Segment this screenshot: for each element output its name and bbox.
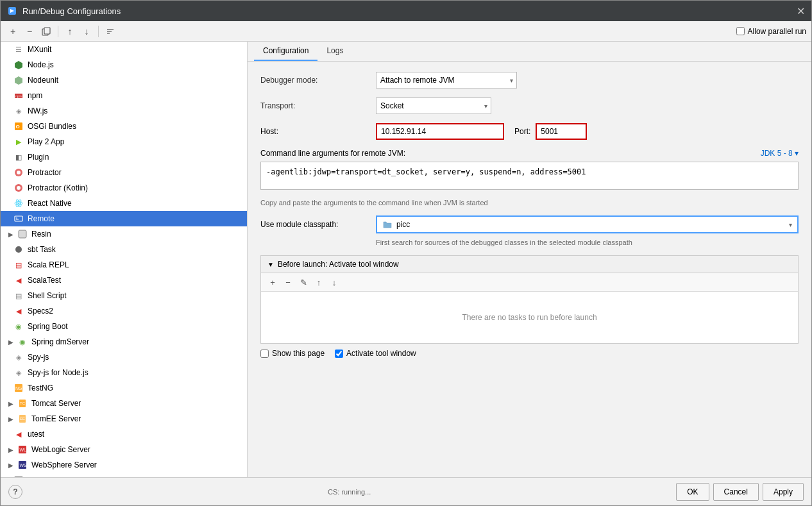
sidebar-item-sbt[interactable]: sbt Task <box>1 242 247 257</box>
sidebar-item-label: Scala REPL <box>28 260 69 269</box>
allow-parallel-checkbox[interactable] <box>736 27 745 35</box>
add-config-button[interactable]: + <box>6 24 20 38</box>
tab-bar: Configuration Logs <box>248 42 811 62</box>
before-launch-remove-button[interactable]: − <box>282 276 294 289</box>
sidebar-item-plugin[interactable]: ◧ Plugin <box>1 149 247 165</box>
sidebar-item-spring-boot[interactable]: ◉ Spring Boot <box>1 319 247 334</box>
sidebar-item-resin[interactable]: ▶ Resin <box>1 226 247 242</box>
activate-window-checkbox-item[interactable]: Activate tool window <box>335 349 416 358</box>
cmd-args-box: -agentlib:jdwp=transport=dt_socket, serv… <box>260 162 799 190</box>
sidebar-item-nodeunit[interactable]: Nodeunit <box>1 72 247 88</box>
svg-marker-7 <box>15 61 22 69</box>
before-launch-down-button[interactable]: ↓ <box>328 276 341 289</box>
sidebar-item-label: Spring dmServer <box>31 337 89 346</box>
cmd-args-label-row: Command line arguments for remote JVM: J… <box>260 149 799 158</box>
sidebar-item-label: Spring Boot <box>28 322 68 331</box>
host-input[interactable] <box>376 123 504 140</box>
sidebar-item-specs2[interactable]: ◀ Specs2 <box>1 303 247 319</box>
cancel-button[interactable]: Cancel <box>713 483 759 501</box>
show-page-checkbox-item[interactable]: Show this page <box>260 349 325 358</box>
before-launch-edit-button[interactable]: ✎ <box>297 276 310 289</box>
before-launch-header[interactable]: ▼ Before launch: Activate tool window <box>261 256 798 273</box>
sidebar-item-scalatest[interactable]: ◀ ScalaTest <box>1 273 247 288</box>
toolbar-separator <box>58 26 58 37</box>
apply-button[interactable]: Apply <box>763 483 804 501</box>
sidebar-item-nodejs[interactable]: Node.js <box>1 57 247 72</box>
module-classpath-select[interactable]: picc ▾ <box>376 215 799 233</box>
cmd-args-label-text: Command line arguments for remote JVM: <box>260 149 405 158</box>
sidebar-item-scala-repl[interactable]: ▤ Scala REPL <box>1 257 247 273</box>
sidebar-item-protractor-kotlin[interactable]: Protractor (Kotlin) <box>1 180 247 196</box>
sidebar-item-spy-js[interactable]: ◈ Spy-js <box>1 350 247 365</box>
module-classpath-value: picc <box>396 220 410 229</box>
before-launch-add-button[interactable]: + <box>266 276 279 289</box>
transport-label: Transport: <box>260 101 376 110</box>
move-up-button[interactable]: ↑ <box>63 24 77 38</box>
plugin-icon: ◧ <box>13 152 24 162</box>
bottom-checkboxes: Show this page Activate tool window <box>260 344 799 363</box>
resin-icon <box>17 229 28 239</box>
port-label: Port: <box>514 127 530 136</box>
configuration-content: Debugger mode: Attach to remote JVM List… <box>248 62 811 477</box>
main-content: ☰ MXunit Node.js Nodeunit npm <box>1 42 811 477</box>
ok-button[interactable]: OK <box>676 483 709 501</box>
sidebar-item-spring-dmserver[interactable]: ▶ ◉ Spring dmServer <box>1 334 247 350</box>
sidebar-item-react-native[interactable]: React Native <box>1 196 247 211</box>
transport-row: Transport: Socket Shared memory <box>260 97 799 114</box>
allow-parallel-label: Allow parallel run <box>748 27 806 36</box>
remove-config-button[interactable]: − <box>22 24 37 38</box>
help-button[interactable]: ? <box>8 485 22 499</box>
copy-config-button[interactable] <box>39 24 53 38</box>
transport-dropdown-wrap: Socket Shared memory <box>376 97 491 114</box>
play2-icon: ▶ <box>13 137 24 147</box>
sidebar-item-label: TestNG <box>28 384 53 392</box>
sidebar-item-play2[interactable]: ▶ Play 2 App <box>1 134 247 149</box>
sidebar-item-label: Resin <box>31 230 51 239</box>
sidebar-item-shell-script[interactable]: ▤ Shell Script <box>1 288 247 303</box>
port-input[interactable] <box>536 123 587 140</box>
debugger-mode-row: Debugger mode: Attach to remote JVM List… <box>260 72 799 89</box>
activate-window-checkbox[interactable] <box>335 350 343 358</box>
close-button[interactable]: ✕ <box>797 5 805 17</box>
tab-logs[interactable]: Logs <box>317 42 352 61</box>
utest-icon: ◀ <box>13 429 24 439</box>
before-launch-chevron-icon: ▼ <box>267 261 274 268</box>
svg-text:NG: NG <box>15 386 22 391</box>
sidebar-item-label: ScalaTest <box>28 276 61 285</box>
transport-select[interactable]: Socket Shared memory <box>376 97 491 114</box>
sidebar-item-websphere[interactable]: ▶ WS WebSphere Server <box>1 457 247 473</box>
debugger-mode-select[interactable]: Attach to remote JVM Listen to remote JV… <box>376 72 517 89</box>
sidebar-item-spy-js-node[interactable]: ◈ Spy-js for Node.js <box>1 365 247 380</box>
sidebar-item-weblogic[interactable]: ▶ WL WebLogic Server <box>1 442 247 457</box>
nodeunit-icon <box>13 75 24 85</box>
sidebar-item-npm[interactable]: npm npm <box>1 88 247 103</box>
sidebar-item-remote[interactable]: Remote <box>1 211 247 226</box>
before-launch-up-button[interactable]: ↑ <box>312 276 325 289</box>
show-page-checkbox[interactable] <box>260 350 269 358</box>
sidebar-item-label: Spy-js for Node.js <box>28 368 89 377</box>
sidebar-item-protractor[interactable]: Protractor <box>1 165 247 180</box>
sidebar-item-tomcat[interactable]: ▶ TC Tomcat Server <box>1 396 247 411</box>
sort-button[interactable] <box>103 24 117 38</box>
svg-rect-21 <box>15 216 22 221</box>
sidebar-item-tomee[interactable]: ▶ EE TomEE Server <box>1 411 247 426</box>
sidebar-item-mxunit[interactable]: ☰ MXunit <box>1 42 247 57</box>
sidebar-item-xslt[interactable]: XS XSLT <box>1 473 247 477</box>
nodejs-icon <box>13 60 24 70</box>
right-panel: Configuration Logs Debugger mode: Attach… <box>248 42 811 477</box>
sidebar-item-testng[interactable]: NG TestNG <box>1 380 247 396</box>
jdk-link[interactable]: JDK 5 - 8 ▾ <box>761 149 799 158</box>
npm-icon: npm <box>13 90 24 101</box>
sidebar-item-osgi[interactable]: O OSGi Bundles <box>1 119 247 134</box>
sidebar-item-utest[interactable]: ◀ utest <box>1 426 247 442</box>
svg-text:EE: EE <box>20 417 25 421</box>
weblogic-icon: WL <box>17 444 28 455</box>
sidebar-item-label: Play 2 App <box>28 137 64 146</box>
sidebar-item-nwjs[interactable]: ◈ NW.js <box>1 103 247 119</box>
move-down-button[interactable]: ↓ <box>80 24 94 38</box>
tab-configuration[interactable]: Configuration <box>254 42 317 61</box>
dialog-title: Run/Debug Configurations <box>22 6 797 16</box>
svg-text:WL: WL <box>20 448 27 452</box>
svg-text:O: O <box>16 124 20 130</box>
allow-parallel-container: Allow parallel run <box>736 27 806 36</box>
